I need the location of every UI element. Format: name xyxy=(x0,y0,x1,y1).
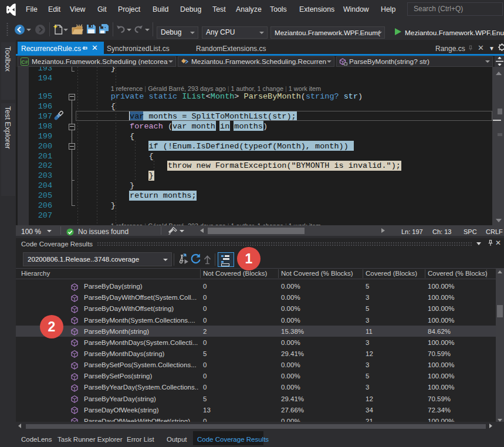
svg-text:C#: C# xyxy=(22,59,28,65)
